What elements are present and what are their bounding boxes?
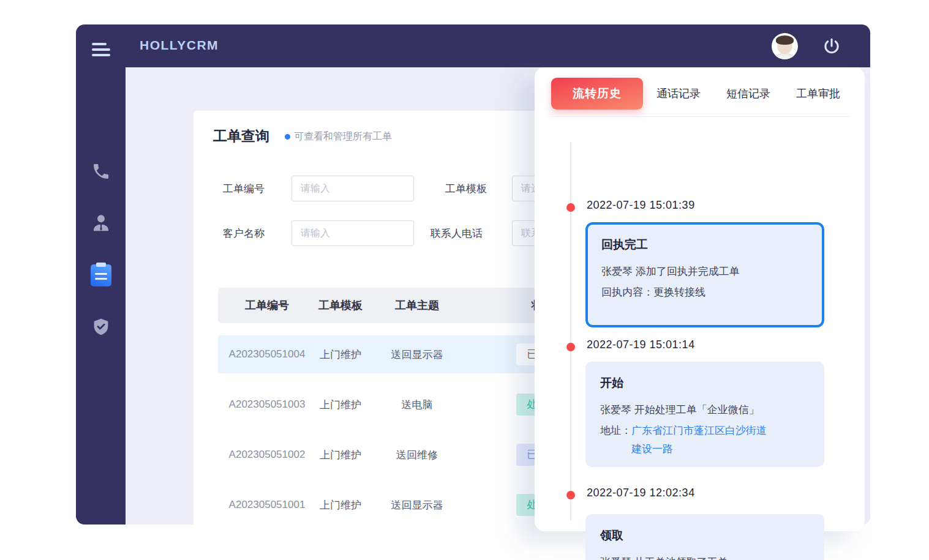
tab-divider bbox=[551, 116, 851, 117]
page-subtitle: 可查看和管理所有工单 bbox=[294, 130, 392, 143]
order-id-input[interactable] bbox=[291, 176, 414, 201]
tab-circulation-history[interactable]: 流转历史 bbox=[551, 78, 643, 110]
tab-sms-records[interactable]: 短信记录 bbox=[726, 86, 770, 101]
cell-template: 上门维护 bbox=[316, 348, 365, 362]
timeline-line bbox=[570, 142, 571, 520]
cell-order-id: A202305051002 bbox=[218, 449, 316, 461]
header-subject: 工单主题 bbox=[365, 298, 469, 313]
app-header: HOLLYCRM bbox=[76, 24, 870, 67]
header-template: 工单模板 bbox=[316, 298, 365, 313]
header-order-id: 工单编号 bbox=[218, 298, 316, 313]
sidebar-item-contacts[interactable] bbox=[76, 209, 126, 236]
cell-subject: 送回维修 bbox=[365, 448, 469, 462]
history-overlay-panel: 流转历史 通话记录 短信记录 工单审批 2022-07-19 15:01:39 … bbox=[535, 67, 865, 531]
timeline-timestamp: 2022-07-19 15:01:14 bbox=[587, 338, 695, 351]
tab-call-records[interactable]: 通话记录 bbox=[656, 86, 701, 101]
timeline-card-claimed[interactable]: 领取 张爱琴 从工单池领取了工单 bbox=[585, 514, 824, 560]
timeline-card-start[interactable]: 开始 张爱琴 开始处理工单「企业微信」 地址： 广东省江门市蓬江区白沙街道 建设… bbox=[585, 362, 824, 467]
timeline-card-line: 回执内容：更换转接线 bbox=[601, 282, 808, 303]
cell-subject: 送回显示器 bbox=[365, 348, 469, 362]
field-customer-name-label: 客户名称 bbox=[223, 226, 265, 241]
tab-row: 通话记录 短信记录 工单审批 bbox=[656, 78, 840, 110]
cell-subject: 送电脑 bbox=[365, 398, 469, 412]
cell-template: 上门维护 bbox=[316, 448, 365, 462]
timeline-dot bbox=[566, 343, 575, 351]
cell-order-id: A202305051004 bbox=[218, 348, 316, 360]
phone-icon bbox=[91, 162, 111, 181]
subtitle-dot bbox=[285, 134, 290, 140]
shield-check-icon bbox=[91, 317, 111, 337]
timeline-card-title: 开始 bbox=[600, 375, 810, 391]
sidebar-item-work-orders-active[interactable] bbox=[76, 262, 126, 289]
timeline-card-title: 领取 bbox=[600, 528, 810, 543]
screenshot-stage: HOLLYCRM bbox=[0, 0, 929, 560]
timeline-card-completed[interactable]: 回执完工 张爱琴 添加了回执并完成工单 回执内容：更换转接线 bbox=[585, 222, 824, 327]
address-link[interactable]: 广东省江门市蓬江区白沙街道 建设一路 bbox=[631, 422, 767, 458]
timeline-dot bbox=[566, 203, 575, 212]
timeline-timestamp: 2022-07-19 15:01:39 bbox=[587, 199, 695, 212]
tab-order-approval[interactable]: 工单审批 bbox=[796, 86, 840, 101]
cell-template: 上门维护 bbox=[316, 498, 365, 512]
address-line-1: 广东省江门市蓬江区白沙街道 bbox=[631, 425, 767, 436]
address-row: 地址： 广东省江门市蓬江区白沙街道 建设一路 bbox=[600, 422, 810, 458]
field-order-template-label: 工单模板 bbox=[445, 182, 487, 196]
field-order-id-label: 工单编号 bbox=[223, 182, 265, 196]
hamburger-menu-icon[interactable] bbox=[92, 43, 111, 60]
cell-order-id: A202305051003 bbox=[218, 398, 316, 411]
sidebar-item-phone[interactable] bbox=[76, 158, 126, 185]
timeline-card-line: 张爱琴 添加了回执并完成工单 bbox=[601, 261, 808, 282]
timeline-dot bbox=[566, 491, 575, 499]
address-label: 地址： bbox=[600, 422, 631, 458]
user-avatar[interactable] bbox=[772, 33, 798, 59]
timeline-card-title: 回执完工 bbox=[601, 237, 808, 253]
field-customer-name: 客户名称 bbox=[223, 220, 425, 246]
field-contact-phone-label: 联系人电话 bbox=[431, 226, 483, 241]
clipboard-icon bbox=[91, 264, 111, 286]
sidebar-nav bbox=[76, 67, 126, 525]
power-logout-icon[interactable] bbox=[822, 37, 841, 56]
timeline-card-line: 张爱琴 开始处理工单「企业微信」 bbox=[600, 400, 810, 420]
cell-order-id: A202305051001 bbox=[218, 499, 316, 511]
customer-name-input[interactable] bbox=[291, 220, 414, 246]
sidebar-item-security[interactable] bbox=[76, 313, 126, 340]
timeline-timestamp: 2022-07-19 12:02:34 bbox=[587, 487, 695, 499]
cell-template: 上门维护 bbox=[316, 398, 365, 412]
timeline-card-line: 张爱琴 从工单池领取了工单 bbox=[600, 552, 810, 560]
cell-subject: 送回显示器 bbox=[365, 498, 469, 512]
page-title: 工单查询 bbox=[213, 127, 269, 146]
brand-logo: HOLLYCRM bbox=[140, 38, 219, 53]
address-line-2: 建设一路 bbox=[631, 443, 673, 455]
field-order-id: 工单编号 bbox=[223, 176, 425, 201]
contact-person-icon bbox=[91, 212, 111, 233]
